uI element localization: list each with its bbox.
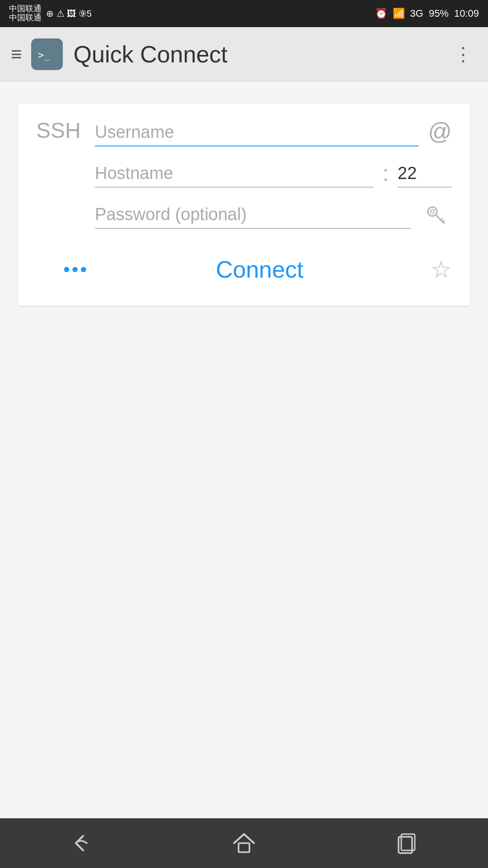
port-input-wrap [398, 160, 452, 188]
alarm-icon: ⏰ [375, 8, 387, 19]
bookmark-icon[interactable]: ☆ [431, 256, 452, 283]
password-input-wrap [95, 201, 411, 229]
connect-button[interactable]: Connect [202, 251, 317, 288]
overflow-menu-icon[interactable]: ⋮ [449, 38, 477, 70]
svg-rect-7 [239, 843, 249, 852]
carrier-info: 中国联通 中国联通 [9, 5, 42, 23]
main-content: SSH @ : [0, 81, 488, 818]
hostname-port-row: : [36, 160, 452, 188]
toolbar: ≡ >_ Quick Connect ⋮ [0, 27, 488, 81]
wifi-icon: 📶 [393, 8, 405, 19]
app-icon: >_ [31, 38, 63, 70]
at-symbol: @ [428, 118, 452, 146]
battery-level: 95% [429, 8, 449, 19]
clock: 10:09 [454, 8, 479, 19]
password-input[interactable] [95, 201, 411, 229]
hostname-input-wrap [95, 160, 374, 188]
key-icon [424, 203, 448, 227]
back-button[interactable] [54, 825, 108, 861]
password-row [36, 201, 452, 229]
ssh-label: SSH [36, 118, 86, 146]
notification-icons: ⊕ ⚠ 🖼 ⑨5 [46, 8, 92, 19]
svg-text:>_: >_ [38, 49, 50, 61]
more-options-button[interactable]: ••• [63, 259, 89, 280]
bottom-nav [0, 818, 488, 868]
home-button[interactable] [217, 825, 271, 861]
port-input[interactable] [398, 160, 452, 188]
connection-form: SSH @ : [18, 104, 470, 306]
hostname-input[interactable] [95, 160, 374, 188]
username-input-wrap [95, 119, 419, 146]
menu-icon[interactable]: ≡ [11, 43, 22, 65]
status-bar: 中国联通 中国联通 ⊕ ⚠ 🖼 ⑨5 ⏰ 📶 3G 95% 10:09 [0, 0, 488, 27]
recents-button[interactable] [380, 825, 434, 861]
key-icon-wrap[interactable] [420, 203, 452, 229]
signal-3g: 3G [410, 8, 423, 19]
page-title: Quick Connect [74, 41, 449, 68]
actions-row: ••• Connect ☆ [36, 251, 452, 288]
recents-icon [394, 830, 419, 856]
status-bar-left: 中国联通 中国联通 ⊕ ⚠ 🖼 ⑨5 [9, 5, 92, 23]
ssh-username-row: SSH @ [36, 118, 452, 146]
status-bar-right: ⏰ 📶 3G 95% 10:09 [375, 8, 479, 19]
username-input[interactable] [95, 119, 419, 146]
back-icon [69, 830, 94, 856]
svg-point-3 [431, 210, 434, 213]
home-icon [231, 830, 257, 856]
colon-separator: : [383, 161, 389, 188]
